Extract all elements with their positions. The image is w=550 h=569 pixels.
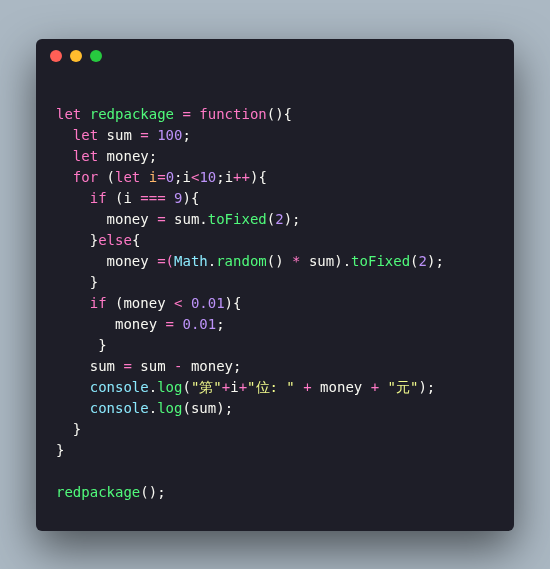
code-line: }else{	[56, 232, 140, 248]
code-line: money = 0.01;	[56, 316, 225, 332]
code-line: if (money < 0.01){	[56, 295, 241, 311]
code-window: let redpackage = function(){ let sum = 1…	[36, 39, 514, 531]
code-block: let redpackage = function(){ let sum = 1…	[36, 73, 514, 503]
code-line: money =(Math.random() * sum).toFixed(2);	[56, 253, 444, 269]
traffic-minimize-icon[interactable]	[70, 50, 82, 62]
code-line: money = sum.toFixed(2);	[56, 211, 301, 227]
code-line: let money;	[56, 148, 157, 164]
code-line: }	[56, 421, 81, 437]
code-line: sum = sum - money;	[56, 358, 242, 374]
code-line: let redpackage = function(){	[56, 106, 292, 122]
code-line: }	[56, 442, 64, 458]
window-titlebar	[36, 39, 514, 73]
code-line: for (let i=0;i<10;i++){	[56, 169, 267, 185]
code-line: }	[56, 274, 98, 290]
code-line: let sum = 100;	[56, 127, 191, 143]
code-line: console.log(sum);	[56, 400, 233, 416]
traffic-close-icon[interactable]	[50, 50, 62, 62]
code-line: if (i === 9){	[56, 190, 199, 206]
traffic-maximize-icon[interactable]	[90, 50, 102, 62]
page-background: let redpackage = function(){ let sum = 1…	[0, 0, 550, 569]
code-line: console.log("第"+i+"位: " + money + "元");	[56, 379, 435, 395]
code-line: redpackage();	[56, 484, 166, 500]
code-line: }	[56, 337, 107, 353]
